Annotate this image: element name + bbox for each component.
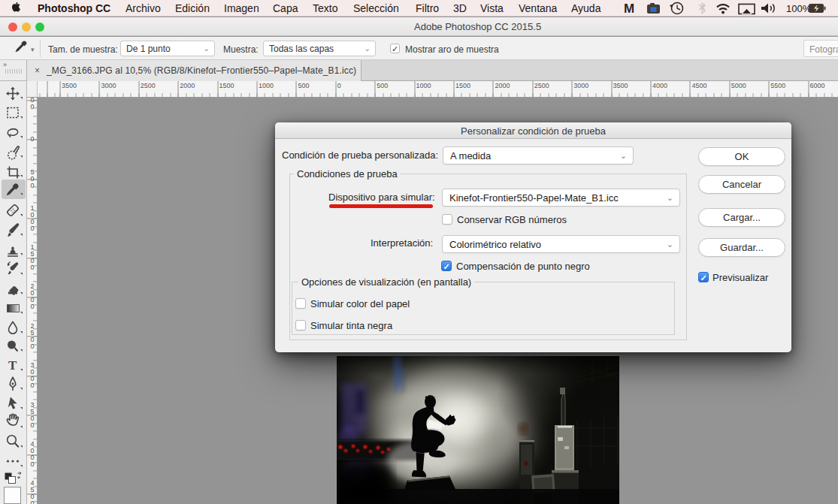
svg-text:100%: 100% [786, 3, 812, 14]
svg-text:M: M [624, 2, 634, 16]
svg-text:T: T [8, 358, 17, 373]
